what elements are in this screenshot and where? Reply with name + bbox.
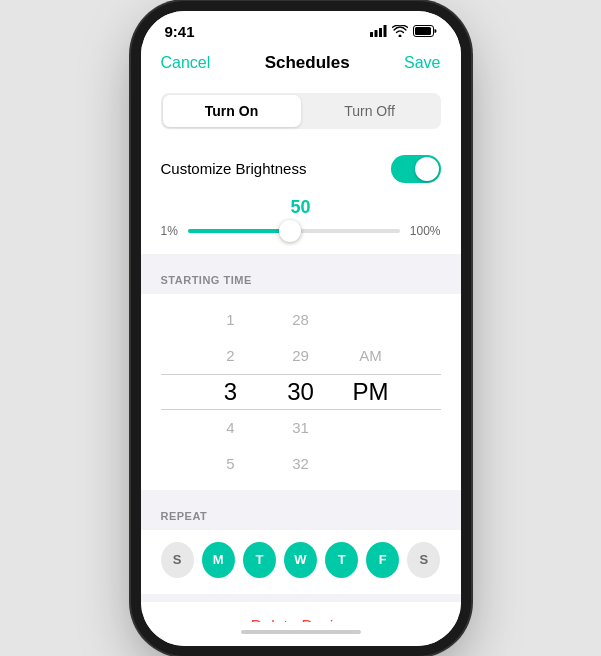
delete-device-button[interactable]: Delete Device — [141, 602, 461, 622]
time-picker-section: 1 2 3 4 5 28 29 30 31 32 AM — [141, 294, 461, 490]
nav-bar: Cancel Schedules Save — [141, 45, 461, 83]
segment-control: Turn On Turn Off — [161, 93, 441, 129]
segment-container: Turn On Turn Off — [141, 83, 461, 141]
slider-thumb[interactable] — [279, 220, 301, 242]
ampm-column: AM PM — [336, 302, 406, 482]
brightness-toggle[interactable] — [391, 155, 441, 183]
status-icons — [370, 23, 437, 41]
slider-max: 100% — [410, 224, 441, 238]
svg-rect-1 — [374, 30, 377, 37]
minute-item-4: 31 — [292, 410, 309, 446]
hour-item-1: 1 — [226, 302, 234, 338]
day-friday[interactable]: F — [366, 542, 399, 578]
ampm-item-am: AM — [359, 338, 382, 374]
minute-item-selected: 30 — [287, 374, 314, 410]
signal-icon — [370, 25, 387, 39]
hour-item-selected: 3 — [224, 374, 237, 410]
home-bar — [241, 630, 361, 634]
day-thursday[interactable]: T — [325, 542, 358, 578]
page-title: Schedules — [265, 53, 350, 73]
day-saturday[interactable]: S — [407, 542, 440, 578]
ampm-item-selected: PM — [353, 374, 389, 410]
slider-fill — [188, 229, 288, 233]
day-monday[interactable]: M — [202, 542, 235, 578]
starting-time-header: STARTING TIME — [141, 262, 461, 294]
minute-item-2: 29 — [292, 338, 309, 374]
svg-rect-3 — [383, 25, 386, 37]
svg-rect-0 — [370, 32, 373, 37]
day-tuesday[interactable]: T — [243, 542, 276, 578]
hour-item-4: 4 — [226, 410, 234, 446]
status-time: 9:41 — [165, 23, 195, 40]
status-bar: 9:41 — [141, 11, 461, 45]
svg-rect-5 — [415, 27, 431, 35]
hour-column: 1 2 3 4 5 — [196, 302, 266, 482]
cancel-button[interactable]: Cancel — [161, 54, 211, 72]
days-row: S M T W T F S — [141, 530, 461, 594]
starting-time-label: STARTING TIME — [161, 274, 252, 286]
minute-item-5: 32 — [292, 446, 309, 482]
repeat-header: REPEAT — [141, 498, 461, 530]
repeat-label: REPEAT — [161, 510, 208, 522]
brightness-row: Customize Brightness — [141, 141, 461, 197]
scroll-content: Customize Brightness 50 1% 100% ST — [141, 141, 461, 622]
minute-column: 28 29 30 31 32 — [266, 302, 336, 482]
delete-section: Delete Device — [141, 602, 461, 622]
toggle-thumb — [415, 157, 439, 181]
time-picker[interactable]: 1 2 3 4 5 28 29 30 31 32 AM — [141, 294, 461, 490]
home-indicator — [141, 622, 461, 646]
minute-item-1: 28 — [292, 302, 309, 338]
slider-value: 50 — [161, 197, 441, 218]
save-button[interactable]: Save — [404, 54, 440, 72]
phone-frame: 9:41 — [141, 11, 461, 646]
day-wednesday[interactable]: W — [284, 542, 317, 578]
slider-container: 50 1% 100% — [141, 197, 461, 254]
repeat-section: S M T W T F S — [141, 530, 461, 594]
slider-min: 1% — [161, 224, 178, 238]
svg-rect-2 — [379, 28, 382, 37]
battery-icon — [413, 23, 437, 41]
turn-off-tab[interactable]: Turn Off — [301, 95, 439, 127]
brightness-section: Customize Brightness 50 1% 100% — [141, 141, 461, 254]
slider-row: 1% 100% — [161, 224, 441, 238]
turn-on-tab[interactable]: Turn On — [163, 95, 301, 127]
brightness-label: Customize Brightness — [161, 160, 307, 177]
slider-track[interactable] — [188, 229, 400, 233]
wifi-icon — [392, 23, 408, 41]
hour-item-2: 2 — [226, 338, 234, 374]
day-sunday[interactable]: S — [161, 542, 194, 578]
hour-item-5: 5 — [226, 446, 234, 482]
